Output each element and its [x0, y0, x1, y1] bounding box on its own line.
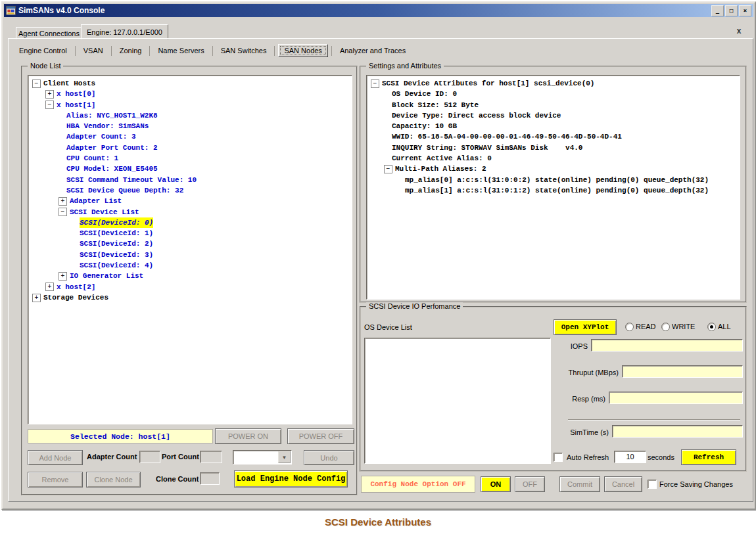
adapter-count-input[interactable] — [139, 451, 160, 463]
auto-refresh-seconds-input[interactable]: 10 — [614, 451, 646, 463]
tab-separator — [111, 46, 112, 56]
settings-groupbox: Settings and Attributes −SCSI Device Att… — [360, 66, 747, 303]
app-icon — [6, 6, 16, 15]
collapse-icon[interactable]: − — [32, 79, 41, 88]
tab-engine[interactable]: Engine: 127.0.0.1/E000 — [81, 24, 168, 39]
clone-count-input[interactable] — [200, 472, 220, 485]
tree-node[interactable]: SCSI Device Queue Depth: 32 — [28, 185, 352, 196]
tree-node[interactable]: Adapter Count: 3 — [28, 131, 352, 142]
tree-node[interactable]: CPU Model: XEON_E5405 — [28, 164, 352, 174]
collapse-icon[interactable]: − — [59, 208, 67, 216]
radio-write[interactable] — [661, 323, 670, 331]
tree-node-label: mp_alias[1] a:c:s:l(31:0:1:2) state(onli… — [405, 185, 709, 196]
tree-node[interactable]: Capacity: 10 GB — [367, 121, 740, 131]
collapse-icon[interactable]: − — [45, 101, 54, 109]
radio-all[interactable] — [707, 323, 716, 331]
tree-node[interactable]: SCSI(DeviceId: 2) — [28, 238, 352, 249]
tab-san-switches[interactable]: SAN Switches — [214, 44, 274, 57]
thruput-input[interactable] — [622, 365, 743, 378]
tab-engine-control[interactable]: Engine Control — [12, 44, 74, 57]
os-device-list-label: OS Device List — [364, 323, 412, 331]
clone-node-button[interactable]: Clone Node — [86, 472, 141, 487]
divider — [568, 419, 740, 420]
load-engine-node-config-button[interactable]: Load Engine Node Config — [234, 470, 348, 487]
tree-node[interactable]: SCSI Command Timeout Value: 10 — [28, 175, 352, 185]
tree-node[interactable]: Current Active Alias: 0 — [367, 153, 740, 164]
undo-button[interactable]: Undo — [304, 450, 354, 465]
tree-node-label: Capacity: 10 GB — [392, 121, 457, 131]
tree-node[interactable]: HBA Vendor: SimSANs — [28, 121, 352, 131]
open-xyplot-button[interactable]: Open XYPlot — [554, 319, 617, 335]
tree-node[interactable]: SCSI(DeviceId: 4) — [28, 260, 352, 271]
adapter-count-label: Adapter Count — [87, 453, 137, 461]
tree-node[interactable]: WWID: 65-18-5A-04-00-00-00-01-46-49-50-4… — [367, 131, 740, 142]
auto-refresh-checkbox[interactable] — [554, 453, 563, 462]
collapse-icon[interactable]: − — [384, 165, 392, 173]
config-off-button[interactable]: OFF — [515, 476, 545, 492]
expand-icon[interactable]: + — [59, 272, 67, 281]
os-device-list[interactable] — [364, 338, 551, 464]
tree-node[interactable]: +x host[0] — [28, 89, 352, 99]
power-on-button[interactable]: POWER ON — [215, 428, 281, 444]
tree-node[interactable]: Device Type: Direct access block device — [367, 110, 740, 121]
tree-node[interactable]: SCSI(DeviceId: 3) — [28, 250, 352, 260]
tree-node[interactable]: Block Size: 512 Byte — [367, 100, 740, 110]
cancel-button[interactable]: Cancel — [604, 476, 642, 492]
expand-icon[interactable]: + — [45, 90, 54, 99]
tree-node[interactable]: Alias: NYC_HOST1_W2K8 — [28, 110, 352, 121]
node-config-dropdown[interactable]: ▼ — [233, 450, 292, 465]
resp-input[interactable] — [609, 392, 743, 404]
tab-vsan[interactable]: VSAN — [76, 44, 110, 57]
chevron-down-icon[interactable]: ▼ — [278, 451, 291, 463]
tab-close-icon[interactable]: x — [734, 26, 744, 35]
tree-node[interactable]: SCSI(DeviceId: 1) — [28, 228, 352, 238]
tree-node[interactable]: CPU Count: 1 — [28, 153, 352, 164]
tab-analyzer-and-traces[interactable]: Analyzer and Traces — [333, 44, 413, 57]
tree-node-label: Client Hosts — [43, 78, 95, 89]
tree-node[interactable]: OS Device ID: 0 — [367, 89, 740, 99]
tree-node-label: INQUIRY String: STORWAV SimSANs Disk v4.… — [392, 143, 582, 153]
tree-node[interactable]: +x host[2] — [28, 282, 352, 292]
power-off-button[interactable]: POWER OFF — [287, 428, 354, 444]
tree-node[interactable]: +Adapter List — [28, 196, 352, 206]
tree-node-label: x host[1] — [57, 100, 95, 110]
collapse-icon[interactable]: − — [371, 79, 379, 88]
add-node-button[interactable]: Add Node — [28, 450, 83, 465]
config-on-button[interactable]: ON — [481, 476, 511, 492]
tree-node[interactable]: −Multi-Path Aliases: 2 — [367, 164, 740, 174]
maximize-button[interactable]: □ — [725, 5, 738, 16]
simtime-input[interactable] — [612, 425, 743, 438]
expand-icon[interactable]: + — [45, 283, 54, 291]
minimize-button[interactable]: _ — [711, 5, 724, 16]
refresh-button[interactable]: Refresh — [681, 449, 736, 465]
close-button[interactable]: × — [739, 5, 751, 16]
tree-node[interactable]: +IO Generator List — [28, 271, 352, 281]
tree-node-label: SCSI(DeviceId: 0) — [80, 217, 153, 228]
port-count-input[interactable] — [200, 451, 222, 463]
tree-node[interactable]: −SCSI Device List — [28, 207, 352, 217]
tree-node[interactable]: INQUIRY String: STORWAV SimSANs Disk v4.… — [367, 143, 740, 153]
settings-tree[interactable]: −SCSI Device Attributes for host[1] scsi… — [366, 75, 740, 300]
node-list-tree[interactable]: −Client Hosts+x host[0]−x host[1]Alias: … — [28, 75, 352, 424]
screen: SimSANs v4.0 Console _ □ × Agent Connect… — [0, 0, 756, 544]
tab-san-nodes[interactable]: SAN Nodes — [278, 44, 327, 57]
iops-input[interactable] — [591, 339, 743, 351]
tree-node[interactable]: mp_alias[0] a:c:s:l(31:0:0:2) state(onli… — [367, 175, 740, 185]
tree-node[interactable]: SCSI(DeviceId: 0) — [28, 217, 352, 228]
tree-node[interactable]: −SCSI Device Attributes for host[1] scsi… — [367, 78, 740, 89]
tree-node[interactable]: +Storage Devices — [28, 292, 352, 303]
tab-zoning[interactable]: Zoning — [112, 44, 149, 57]
tree-node[interactable]: −Client Hosts — [28, 78, 352, 89]
tab-name-servers[interactable]: Name Servers — [151, 44, 211, 57]
commit-button[interactable]: Commit — [559, 476, 600, 492]
force-saving-checkbox[interactable] — [648, 480, 657, 489]
tree-node[interactable]: −x host[1] — [28, 100, 352, 110]
tree-node[interactable]: Adapter Port Count: 2 — [28, 143, 352, 153]
radio-read[interactable] — [625, 323, 634, 331]
expand-icon[interactable]: + — [32, 294, 41, 302]
expand-icon[interactable]: + — [59, 197, 67, 206]
remove-button[interactable]: Remove — [28, 472, 83, 487]
tree-node-label: Device Type: Direct access block device — [392, 110, 561, 121]
tree-node[interactable]: mp_alias[1] a:c:s:l(31:0:1:2) state(onli… — [367, 185, 740, 196]
tree-node-label: Block Size: 512 Byte — [392, 100, 479, 110]
